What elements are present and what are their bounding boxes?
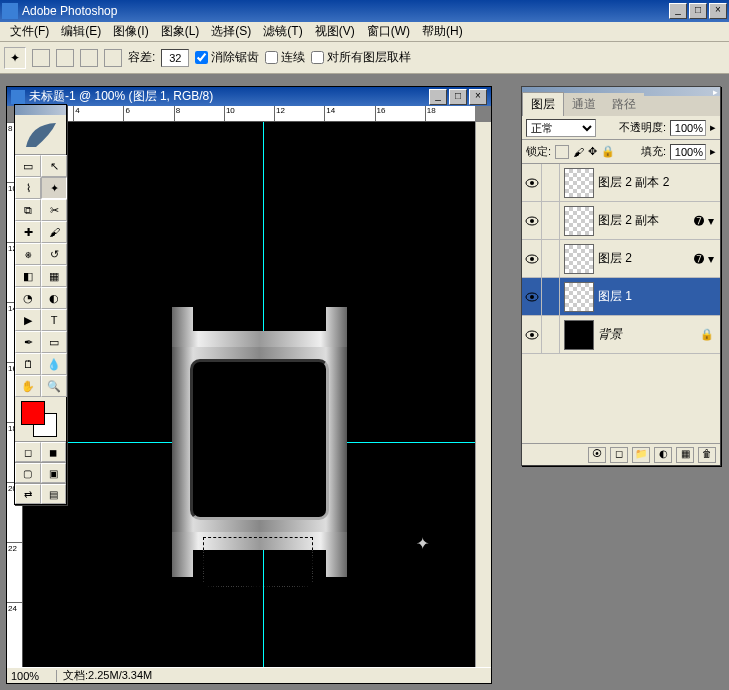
layer-thumbnail[interactable] <box>564 168 594 198</box>
fx-icon[interactable]: ➐ <box>694 214 704 228</box>
move-tool[interactable]: ↖ <box>41 155 67 177</box>
all-layers-checkbox[interactable]: 对所有图层取样 <box>311 49 411 66</box>
edit-standard-mode[interactable]: ◻ <box>15 442 41 462</box>
menu-edit[interactable]: 编辑(E) <box>55 21 107 42</box>
link-column[interactable] <box>542 316 560 353</box>
doc-maximize-button[interactable]: □ <box>449 89 467 105</box>
canvas[interactable] <box>23 122 475 667</box>
gradient-tool[interactable]: ▦ <box>41 265 67 287</box>
layer-name[interactable]: 背景 <box>598 326 700 343</box>
layer-row[interactable]: 背景🔒 <box>522 316 720 354</box>
visibility-toggle-icon[interactable] <box>522 278 542 315</box>
link-column[interactable] <box>542 164 560 201</box>
doc-info[interactable]: 文档:2.25M/3.34M <box>57 668 158 683</box>
toolbox-grip[interactable] <box>15 105 66 115</box>
layer-thumbnail[interactable] <box>564 244 594 274</box>
selection-new-icon[interactable] <box>32 49 50 67</box>
lock-image-icon[interactable]: 🖌 <box>573 146 584 158</box>
tab-layers[interactable]: 图层 <box>522 92 564 116</box>
layer-set-icon[interactable]: 📁 <box>632 447 650 463</box>
visibility-toggle-icon[interactable] <box>522 316 542 353</box>
fx-expand-icon[interactable]: ▾ <box>708 252 714 266</box>
layer-name[interactable]: 图层 2 副本 <box>598 212 694 229</box>
menu-select[interactable]: 选择(S) <box>205 21 257 42</box>
eyedropper-tool[interactable]: 💧 <box>41 353 67 375</box>
layer-row[interactable]: 图层 2 副本 2 <box>522 164 720 202</box>
contiguous-checkbox[interactable]: 连续 <box>265 49 305 66</box>
foreground-color-swatch[interactable] <box>21 401 45 425</box>
link-column[interactable] <box>542 240 560 277</box>
doc-close-button[interactable]: × <box>469 89 487 105</box>
pen-tool[interactable]: ✒ <box>15 331 41 353</box>
crop-tool[interactable]: ⧉ <box>15 199 41 221</box>
opacity-input[interactable] <box>670 120 706 136</box>
tab-channels[interactable]: 通道 <box>564 93 604 116</box>
layer-name[interactable]: 图层 1 <box>598 288 720 305</box>
lock-transparent-icon[interactable] <box>555 145 569 159</box>
zoom-input[interactable]: 100% <box>7 670 57 682</box>
blur-tool[interactable]: ◔ <box>15 287 41 309</box>
screen-full[interactable]: ▤ <box>41 484 67 504</box>
antialias-checkbox[interactable]: 消除锯齿 <box>195 49 259 66</box>
fx-expand-icon[interactable]: ▾ <box>708 214 714 228</box>
ruler-horizontal[interactable]: 246 81012 141618 <box>23 106 475 122</box>
menu-help[interactable]: 帮助(H) <box>416 21 469 42</box>
link-column[interactable] <box>542 278 560 315</box>
adjustment-layer-icon[interactable]: ◐ <box>654 447 672 463</box>
magic-wand-tool[interactable]: ✦ <box>41 177 67 199</box>
menu-view[interactable]: 视图(V) <box>309 21 361 42</box>
tab-paths[interactable]: 路径 <box>604 93 644 116</box>
hand-tool[interactable]: ✋ <box>15 375 41 397</box>
dodge-tool[interactable]: ◐ <box>41 287 67 309</box>
edit-quickmask-mode[interactable]: ◼ <box>41 442 67 462</box>
jump-to-imageready[interactable]: ⇄ <box>15 484 41 504</box>
stamp-tool[interactable]: ⎈ <box>15 243 41 265</box>
lock-all-icon[interactable]: 🔒 <box>601 145 615 158</box>
layer-row[interactable]: 图层 2 副本➐▾ <box>522 202 720 240</box>
marquee-selection[interactable] <box>203 537 313 587</box>
menu-window[interactable]: 窗口(W) <box>361 21 416 42</box>
slice-tool[interactable]: ✂ <box>41 199 67 221</box>
shape-tool[interactable]: ▭ <box>41 331 67 353</box>
layer-style-icon[interactable]: ⦿ <box>588 447 606 463</box>
opacity-flyout-icon[interactable]: ▸ <box>710 121 716 134</box>
tolerance-input[interactable] <box>161 49 189 67</box>
notes-tool[interactable]: 🗒 <box>15 353 41 375</box>
healing-tool[interactable]: ✚ <box>15 221 41 243</box>
menu-image[interactable]: 图像(I) <box>107 21 154 42</box>
doc-minimize-button[interactable]: _ <box>429 89 447 105</box>
menu-filter[interactable]: 滤镜(T) <box>257 21 308 42</box>
fill-input[interactable] <box>670 144 706 160</box>
lock-position-icon[interactable]: ✥ <box>588 145 597 158</box>
screen-full-menu[interactable]: ▣ <box>41 463 67 483</box>
selection-add-icon[interactable] <box>56 49 74 67</box>
visibility-toggle-icon[interactable] <box>522 164 542 201</box>
screen-standard[interactable]: ▢ <box>15 463 41 483</box>
fx-icon[interactable]: ➐ <box>694 252 704 266</box>
layer-row[interactable]: 图层 1 <box>522 278 720 316</box>
menu-layer[interactable]: 图象(L) <box>155 21 206 42</box>
layer-row[interactable]: 图层 2➐▾ <box>522 240 720 278</box>
blend-mode-select[interactable]: 正常 <box>526 119 596 137</box>
lasso-tool[interactable]: ⌇ <box>15 177 41 199</box>
visibility-toggle-icon[interactable] <box>522 240 542 277</box>
delete-layer-icon[interactable]: 🗑 <box>698 447 716 463</box>
history-brush-tool[interactable]: ↺ <box>41 243 67 265</box>
maximize-button[interactable]: □ <box>689 3 707 19</box>
panel-menu-icon[interactable]: ▸ <box>713 87 718 96</box>
selection-sub-icon[interactable] <box>80 49 98 67</box>
type-tool[interactable]: T <box>41 309 67 331</box>
minimize-button[interactable]: _ <box>669 3 687 19</box>
layer-thumbnail[interactable] <box>564 320 594 350</box>
scrollbar-vertical[interactable] <box>475 122 491 667</box>
brush-tool[interactable]: 🖌 <box>41 221 67 243</box>
link-column[interactable] <box>542 202 560 239</box>
selection-intersect-icon[interactable] <box>104 49 122 67</box>
layer-name[interactable]: 图层 2 副本 2 <box>598 174 720 191</box>
current-tool-icon[interactable]: ✦ <box>4 47 26 69</box>
eraser-tool[interactable]: ◧ <box>15 265 41 287</box>
document-titlebar[interactable]: 未标题-1 @ 100% (图层 1, RGB/8) _ □ × <box>7 87 491 106</box>
layer-thumbnail[interactable] <box>564 282 594 312</box>
new-layer-icon[interactable]: ▦ <box>676 447 694 463</box>
marquee-tool[interactable]: ▭ <box>15 155 41 177</box>
